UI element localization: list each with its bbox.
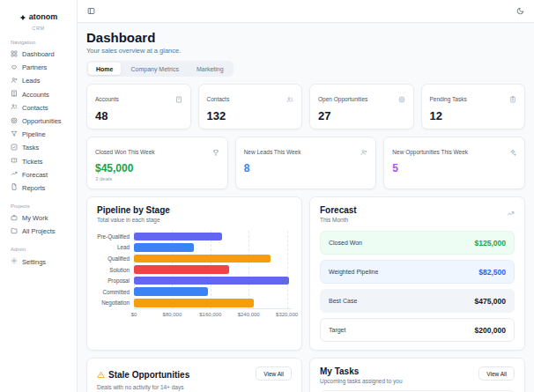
stat-value: 132 (207, 109, 294, 122)
sidebar-item-label: Accounts (22, 91, 49, 99)
highlight-cards: Closed Won This Week $45,000 3 deals New… (86, 137, 525, 189)
app-window: atonom CRM Navigation Dashboard Partners… (0, 0, 534, 392)
forecast-row-best-case: Best Case $475,000 (320, 289, 515, 313)
sidebar-item-label: Tickets (22, 158, 42, 166)
nav-section-label: Navigation (11, 40, 70, 45)
chart-x-tick: $320,000 (276, 312, 298, 317)
briefcase-icon (11, 214, 18, 223)
sidebar-item-label: Forecast (22, 171, 48, 179)
chart-category-label: Proposal (97, 275, 134, 286)
chart-category-label: Committed (97, 286, 134, 298)
stale-opportunities-panel: Stale Opportunities Deals with no activi… (86, 358, 302, 392)
forecast-row-weighted-pipeline: Weighted Pipeline $82,500 (320, 260, 515, 284)
forecast-row-value: $200,000 (475, 326, 506, 335)
building-icon (175, 91, 182, 107)
users-icon (11, 103, 18, 112)
sidebar-item-reports[interactable]: Reports (6, 181, 70, 195)
stat-value: 27 (318, 109, 405, 122)
highlight-value: 5 (392, 162, 516, 174)
funnel-icon (11, 130, 18, 139)
sidebar-item-opportunities[interactable]: Opportunities (6, 115, 70, 128)
forecast-row-target: Target $200,000 (320, 318, 515, 342)
forecast-row-label: Weighted Pipeline (329, 269, 378, 275)
stat-label: Accounts (95, 96, 119, 102)
chart-bar-negotiation (134, 299, 254, 307)
clipboard-icon (509, 91, 516, 107)
stat-label: Contacts (207, 96, 230, 102)
forecast-row-label: Best Case (329, 298, 357, 304)
chart-category-label: Pre-Qualified (97, 231, 134, 242)
target-icon (398, 91, 405, 107)
chart-plot-area (134, 231, 292, 309)
trending-up-icon (507, 205, 515, 221)
app-name-sub: CRM (6, 26, 70, 31)
chart-x-axis: $0 $80,000 $160,000 $240,000 $320,000 (134, 309, 292, 318)
logo-icon (19, 9, 26, 25)
sidebar-item-all-projects[interactable]: All Projects (6, 225, 70, 238)
app-logo: atonom (6, 9, 70, 25)
main-area: Dashboard Your sales overview at a glanc… (78, 0, 534, 392)
stat-cards: Accounts 48 Contacts 132 Open Opportunit… (86, 84, 525, 129)
chart-x-tick: $80,000 (163, 312, 182, 317)
tab-marketing[interactable]: Marketing (189, 63, 232, 75)
forecast-title: Forecast (320, 205, 357, 215)
pipeline-bar-chart: Pre-Qualified Lead Qualified Solution Pr… (97, 231, 292, 309)
chart-x-tick: $160,000 (199, 312, 221, 317)
sidebar-item-forecast[interactable]: Forecast (6, 168, 70, 181)
sidebar-item-partners[interactable]: Partners (6, 61, 70, 74)
stat-value: 48 (95, 109, 182, 122)
sidebar-item-label: Tasks (22, 144, 39, 152)
grid-icon (11, 50, 18, 59)
dashboard-tabs: Home Company Metrics Marketing (86, 61, 234, 77)
chart-bar-pre-qualified (134, 233, 222, 241)
sidebar-item-my-work[interactable]: My Work (6, 211, 70, 225)
chart-bar-solution (134, 265, 229, 274)
sidebar-item-label: Dashboard (22, 50, 55, 58)
stale-subtitle: Deals with no activity for 14+ days (97, 384, 189, 390)
chart-subtitle: Total value in each stage (97, 217, 292, 223)
highlight-sub (392, 176, 516, 182)
chart-bar-qualified (134, 255, 271, 263)
sparkles-icon (509, 144, 516, 159)
highlight-card-new-leads: New Leads This Week 8 (235, 137, 377, 189)
target-icon (11, 117, 18, 126)
tab-company-metrics[interactable]: Company Metrics (122, 63, 186, 75)
sidebar-item-label: Contacts (22, 104, 48, 112)
forecast-panel: Forecast This Month Closed Won $125,000 … (309, 196, 525, 351)
chart-category-label: Lead (97, 242, 134, 254)
sidebar-item-label: Reports (22, 184, 45, 192)
sidebar-item-label: Leads (22, 77, 40, 85)
forecast-row-closed-won: Closed Won $125,000 (320, 231, 515, 255)
highlight-label: New Leads This Week (244, 149, 301, 155)
sidebar-item-label: My Work (22, 214, 48, 222)
stat-value: 12 (430, 109, 517, 122)
file-icon (11, 183, 18, 192)
sidebar-item-tasks[interactable]: Tasks (6, 141, 70, 154)
forecast-row-value: $475,000 (475, 297, 506, 306)
tasks-title: My Tasks (320, 366, 403, 376)
sidebar-item-accounts[interactable]: Accounts (6, 88, 70, 101)
sidebar-item-leads[interactable]: Leads (6, 74, 70, 87)
page-subtitle: Your sales overview at a glance. (86, 47, 525, 55)
stale-view-all-button[interactable]: View All (256, 366, 292, 381)
sidebar-item-contacts[interactable]: Contacts (6, 101, 70, 115)
sidebar-item-tickets[interactable]: Tickets (6, 155, 70, 168)
dashboard-content: Dashboard Your sales overview at a glanc… (78, 23, 534, 392)
sidebar-toggle-button[interactable] (87, 4, 95, 18)
trending-up-icon (11, 170, 18, 179)
warning-icon (97, 366, 105, 382)
sidebar-item-settings[interactable]: Settings (6, 255, 70, 268)
tab-home[interactable]: Home (88, 63, 121, 75)
nav-section-label: Admin (11, 247, 70, 252)
theme-toggle-button[interactable] (516, 4, 524, 18)
sidebar-item-label: Pipeline (22, 130, 46, 138)
chart-x-tick: $240,000 (238, 312, 260, 317)
sidebar-item-pipeline[interactable]: Pipeline (6, 128, 70, 141)
pipeline-by-stage-panel: Pipeline by Stage Total value in each st… (86, 196, 302, 351)
forecast-row-value: $125,000 (475, 239, 506, 248)
tasks-view-all-button[interactable]: View All (478, 366, 515, 381)
sidebar-item-dashboard[interactable]: Dashboard (6, 48, 70, 61)
highlight-card-new-opportunities: New Opportunities This Week 5 (383, 137, 525, 189)
page-title: Dashboard (86, 30, 525, 45)
topbar (78, 0, 534, 23)
